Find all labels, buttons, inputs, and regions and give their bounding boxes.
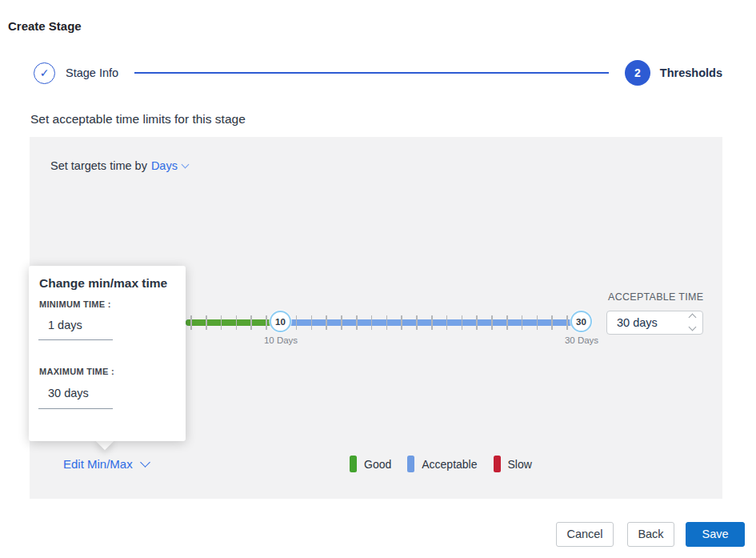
set-targets-row: Set targets time by Days — [50, 159, 188, 172]
time-unit-value: Days — [151, 159, 178, 172]
maximum-input-underline — [38, 408, 113, 409]
stepper: ✓ Stage Info 2 Thresholds — [34, 59, 722, 86]
legend: Good Acceptable Slow — [350, 456, 532, 472]
minimum-input-underline — [38, 339, 113, 340]
maximum-time-label: MAXIMUM TIME : — [39, 367, 114, 376]
maximum-time-input[interactable] — [48, 387, 152, 399]
set-targets-label: Set targets time by — [50, 159, 147, 172]
spinner-up-icon[interactable] — [689, 314, 697, 322]
good-label: Good — [364, 458, 391, 471]
step-thresholds[interactable]: 2 Thresholds — [625, 60, 722, 86]
slider-max-caption: 30 Days — [550, 335, 614, 345]
edit-minmax-link[interactable]: Edit Min/Max — [63, 457, 149, 471]
save-button[interactable]: Save — [686, 522, 745, 547]
legend-item-acceptable: Acceptable — [407, 456, 477, 472]
slider-max-handle[interactable]: 30 — [570, 311, 592, 332]
chevron-down-icon — [140, 457, 150, 468]
spinner-down-icon[interactable] — [689, 323, 697, 331]
acceptable-time-label: ACCEPTABLE TIME — [608, 291, 703, 303]
legend-item-slow: Slow — [494, 456, 532, 472]
step-thresholds-label: Thresholds — [660, 66, 722, 79]
step-number-badge: 2 — [625, 60, 650, 86]
slider-min-handle[interactable]: 10 — [270, 311, 291, 332]
back-button[interactable]: Back — [627, 522, 674, 547]
chevron-down-icon — [181, 161, 189, 169]
section-heading: Set acceptable time limits for this stag… — [30, 112, 246, 126]
acceptable-label: Acceptable — [422, 458, 477, 471]
acceptable-swatch — [407, 456, 414, 472]
minmax-popover: Change min/max time MINIMUM TIME : MAXIM… — [29, 266, 186, 441]
step-completed-check-icon: ✓ — [34, 62, 55, 84]
good-swatch — [350, 456, 357, 472]
time-unit-dropdown[interactable]: Days — [151, 159, 188, 172]
cancel-button[interactable]: Cancel — [556, 522, 614, 547]
stepper-connector-line — [134, 72, 609, 74]
legend-item-good: Good — [350, 456, 391, 472]
minimum-time-input[interactable] — [48, 319, 152, 331]
slider-min-caption: 10 Days — [249, 335, 313, 345]
slow-label: Slow — [508, 458, 532, 471]
slow-swatch — [494, 456, 501, 472]
acceptable-time-input[interactable] — [607, 311, 675, 334]
acceptable-time-field — [606, 311, 703, 335]
time-slider-track[interactable] — [186, 319, 582, 326]
popover-title: Change min/max time — [39, 276, 167, 291]
step-stage-info[interactable]: ✓ Stage Info — [34, 62, 118, 84]
acceptable-time-spinner — [690, 315, 695, 330]
page-title: Create Stage — [8, 19, 82, 33]
step-stage-info-label: Stage Info — [66, 66, 118, 79]
edit-minmax-label: Edit Min/Max — [63, 457, 133, 471]
minimum-time-label: MINIMUM TIME : — [39, 299, 111, 309]
